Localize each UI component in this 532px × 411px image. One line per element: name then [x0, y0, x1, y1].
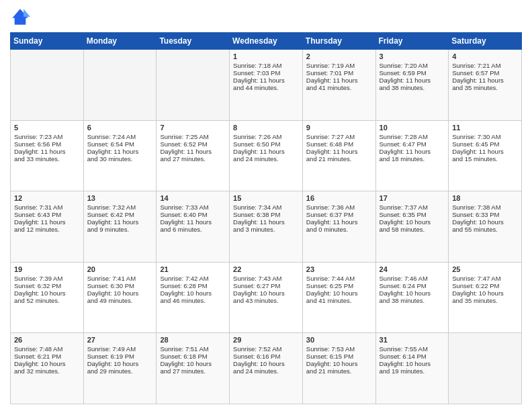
- day-info: Sunset: 6:57 PM: [452, 69, 518, 77]
- calendar-cell: [449, 333, 522, 404]
- logo: [10, 7, 33, 27]
- calendar-cell: 14Sunrise: 7:33 AMSunset: 6:40 PMDayligh…: [157, 191, 230, 263]
- calendar-cell: 10Sunrise: 7:28 AMSunset: 6:47 PMDayligh…: [375, 120, 449, 191]
- day-info: Sunset: 7:01 PM: [306, 69, 372, 77]
- day-info: and 38 minutes.: [380, 297, 445, 304]
- day-info: Sunrise: 7:43 AM: [233, 275, 299, 282]
- day-number: 4: [452, 52, 518, 60]
- day-info: Daylight: 10 hours: [380, 289, 445, 297]
- calendar-cell: 19Sunrise: 7:39 AMSunset: 6:32 PMDayligh…: [11, 262, 84, 333]
- day-info: Sunrise: 7:55 AM: [380, 345, 445, 353]
- day-info: Daylight: 11 hours: [380, 148, 445, 155]
- day-info: Sunset: 6:59 PM: [380, 69, 445, 77]
- day-number: 11: [452, 124, 518, 132]
- day-info: and 27 minutes.: [160, 367, 226, 375]
- day-info: Sunrise: 7:46 AM: [380, 275, 445, 282]
- calendar-cell: 1Sunrise: 7:18 AMSunset: 7:03 PMDaylight…: [230, 50, 303, 121]
- day-info: Sunset: 6:22 PM: [452, 282, 518, 289]
- week-row-1: 1Sunrise: 7:18 AMSunset: 7:03 PMDaylight…: [11, 50, 522, 121]
- day-number: 28: [160, 336, 226, 344]
- day-info: Daylight: 11 hours: [87, 148, 153, 155]
- day-info: Sunset: 6:43 PM: [14, 211, 80, 218]
- day-number: 2: [306, 52, 372, 60]
- day-info: and 18 minutes.: [380, 155, 445, 163]
- day-info: Sunset: 6:37 PM: [306, 211, 372, 218]
- calendar-cell: 11Sunrise: 7:30 AMSunset: 6:45 PMDayligh…: [449, 120, 522, 191]
- day-info: Daylight: 11 hours: [233, 77, 299, 84]
- day-info: Sunrise: 7:44 AM: [306, 275, 372, 282]
- day-number: 23: [306, 265, 372, 273]
- day-info: Sunrise: 7:51 AM: [160, 345, 226, 353]
- day-info: Daylight: 11 hours: [14, 218, 80, 226]
- weekday-tuesday: Tuesday: [157, 33, 230, 50]
- day-number: 14: [160, 194, 226, 202]
- day-info: Sunset: 6:38 PM: [233, 211, 299, 218]
- day-info: Daylight: 10 hours: [233, 289, 299, 297]
- calendar-cell: 17Sunrise: 7:37 AMSunset: 6:35 PMDayligh…: [375, 191, 449, 263]
- day-info: Sunrise: 7:41 AM: [87, 275, 153, 282]
- day-info: and 0 minutes.: [306, 226, 372, 233]
- calendar-cell: 18Sunrise: 7:38 AMSunset: 6:33 PMDayligh…: [449, 191, 522, 263]
- week-row-4: 19Sunrise: 7:39 AMSunset: 6:32 PMDayligh…: [11, 262, 522, 333]
- weekday-saturday: Saturday: [449, 33, 522, 50]
- calendar-cell: [157, 50, 230, 121]
- day-info: Sunrise: 7:18 AM: [233, 62, 299, 69]
- day-info: and 32 minutes.: [14, 367, 80, 375]
- day-info: and 21 minutes.: [306, 155, 372, 163]
- day-info: Sunset: 6:19 PM: [87, 353, 153, 360]
- weekday-header-row: SundayMondayTuesdayWednesdayThursdayFrid…: [11, 33, 522, 50]
- day-info: Sunset: 6:50 PM: [233, 140, 299, 148]
- day-number: 10: [380, 124, 445, 132]
- day-info: Daylight: 10 hours: [160, 289, 226, 297]
- day-info: and 30 minutes.: [87, 155, 153, 163]
- day-info: Sunrise: 7:21 AM: [452, 62, 518, 69]
- day-info: and 35 minutes.: [452, 297, 518, 304]
- weekday-thursday: Thursday: [302, 33, 375, 50]
- day-info: Daylight: 11 hours: [380, 77, 445, 84]
- day-info: Sunset: 6:48 PM: [306, 140, 372, 148]
- day-info: Sunset: 7:03 PM: [233, 69, 299, 77]
- calendar-cell: 7Sunrise: 7:25 AMSunset: 6:52 PMDaylight…: [157, 120, 230, 191]
- calendar-cell: 29Sunrise: 7:52 AMSunset: 6:16 PMDayligh…: [230, 333, 303, 404]
- day-number: 20: [87, 265, 153, 273]
- day-info: and 6 minutes.: [160, 226, 226, 233]
- calendar-cell: 8Sunrise: 7:26 AMSunset: 6:50 PMDaylight…: [230, 120, 303, 191]
- day-info: Sunset: 6:24 PM: [380, 282, 445, 289]
- header: [10, 7, 522, 27]
- day-info: Sunset: 6:33 PM: [452, 211, 518, 218]
- day-info: Daylight: 11 hours: [306, 77, 372, 84]
- day-info: Sunrise: 7:24 AM: [87, 133, 153, 140]
- day-info: Sunrise: 7:37 AM: [380, 203, 445, 211]
- weekday-monday: Monday: [83, 33, 157, 50]
- day-number: 7: [160, 124, 226, 132]
- calendar-cell: 20Sunrise: 7:41 AMSunset: 6:30 PMDayligh…: [83, 262, 157, 333]
- day-info: Sunrise: 7:26 AM: [233, 133, 299, 140]
- day-info: Daylight: 11 hours: [452, 77, 518, 84]
- calendar-cell: 15Sunrise: 7:34 AMSunset: 6:38 PMDayligh…: [230, 191, 303, 263]
- calendar-cell: 23Sunrise: 7:44 AMSunset: 6:25 PMDayligh…: [302, 262, 375, 333]
- calendar-cell: 26Sunrise: 7:48 AMSunset: 6:21 PMDayligh…: [11, 333, 84, 404]
- weekday-sunday: Sunday: [11, 33, 84, 50]
- day-info: Sunset: 6:54 PM: [87, 140, 153, 148]
- calendar-cell: 25Sunrise: 7:47 AMSunset: 6:22 PMDayligh…: [449, 262, 522, 333]
- calendar-cell: 9Sunrise: 7:27 AMSunset: 6:48 PMDaylight…: [302, 120, 375, 191]
- day-info: Sunrise: 7:20 AM: [380, 62, 445, 69]
- day-info: and 38 minutes.: [380, 84, 445, 91]
- day-info: Sunset: 6:47 PM: [380, 140, 445, 148]
- day-info: Daylight: 10 hours: [306, 289, 372, 297]
- day-number: 13: [87, 194, 153, 202]
- day-info: and 46 minutes.: [160, 297, 226, 304]
- day-info: and 35 minutes.: [452, 84, 518, 91]
- day-info: Sunset: 6:40 PM: [160, 211, 226, 218]
- week-row-3: 12Sunrise: 7:31 AMSunset: 6:43 PMDayligh…: [11, 191, 522, 263]
- day-info: and 43 minutes.: [233, 297, 299, 304]
- day-number: 22: [233, 265, 299, 273]
- calendar-cell: 5Sunrise: 7:23 AMSunset: 6:56 PMDaylight…: [11, 120, 84, 191]
- day-info: Sunrise: 7:39 AM: [14, 275, 80, 282]
- day-info: Sunrise: 7:32 AM: [87, 203, 153, 211]
- day-number: 1: [233, 52, 299, 60]
- day-info: Sunrise: 7:47 AM: [452, 275, 518, 282]
- day-info: Daylight: 10 hours: [160, 360, 226, 367]
- day-number: 5: [14, 124, 80, 132]
- calendar-cell: 24Sunrise: 7:46 AMSunset: 6:24 PMDayligh…: [375, 262, 449, 333]
